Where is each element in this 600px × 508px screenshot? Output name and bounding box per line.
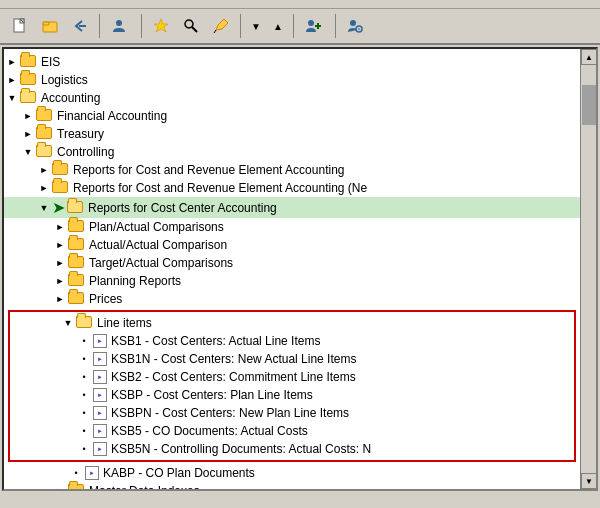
expand-icon[interactable]: ► bbox=[52, 219, 68, 235]
tree-item[interactable]: • KSB5N - Controlling Documents: Actual … bbox=[12, 440, 572, 458]
leaf-spacer: • bbox=[76, 441, 92, 457]
leaf-spacer: • bbox=[76, 369, 92, 385]
tree-item[interactable]: ► Planning Reports bbox=[4, 272, 580, 290]
collapse-icon[interactable]: ▼ bbox=[60, 315, 76, 331]
scroll-up-button[interactable]: ▲ bbox=[581, 49, 597, 65]
svg-point-11 bbox=[308, 20, 314, 26]
expand-icon[interactable]: ► bbox=[52, 483, 68, 489]
svg-rect-5 bbox=[79, 25, 86, 27]
tree-item[interactable]: ► Prices bbox=[4, 290, 580, 308]
create-role-button[interactable] bbox=[299, 13, 330, 39]
tree-item[interactable]: • KSB1 - Cost Centers: Actual Line Items bbox=[12, 332, 572, 350]
transaction-icon bbox=[84, 465, 100, 481]
dropdown-arrow-icon: ▼ bbox=[251, 21, 261, 32]
svg-marker-7 bbox=[154, 19, 168, 32]
highlighted-box: ▼ Line items • KSB1 - Cost Centers: Actu… bbox=[8, 310, 576, 462]
item-label: Accounting bbox=[41, 91, 100, 105]
folder-icon bbox=[52, 163, 70, 177]
tree-item[interactable]: ► Logistics bbox=[4, 71, 580, 89]
tree-item[interactable]: ▼ Controlling bbox=[4, 143, 580, 161]
scrollbar[interactable]: ▲ ▼ bbox=[580, 49, 596, 489]
scroll-down-button[interactable]: ▼ bbox=[581, 473, 597, 489]
folder-icon bbox=[68, 274, 86, 288]
tree-item[interactable]: ► Treasury bbox=[4, 125, 580, 143]
tree-item[interactable]: • KSB1N - Cost Centers: New Actual Line … bbox=[12, 350, 572, 368]
favorites-button[interactable] bbox=[147, 13, 175, 39]
tree-item[interactable]: ► Actual/Actual Comparison bbox=[4, 236, 580, 254]
tree-item[interactable]: • KSB5 - CO Documents: Actual Costs bbox=[12, 422, 572, 440]
expand-icon[interactable]: ► bbox=[4, 72, 20, 88]
title-bar bbox=[0, 0, 600, 9]
item-label: KSB5 - CO Documents: Actual Costs bbox=[111, 424, 308, 438]
expand-icon[interactable]: ► bbox=[20, 108, 36, 124]
scroll-thumb[interactable] bbox=[582, 85, 596, 125]
new-icon bbox=[11, 17, 29, 35]
separator-4 bbox=[293, 14, 294, 38]
separator-1 bbox=[99, 14, 100, 38]
create-role-icon bbox=[304, 17, 322, 35]
svg-line-9 bbox=[192, 27, 197, 32]
folder-icon bbox=[20, 55, 38, 69]
tree-item[interactable]: • KSBP - Cost Centers: Plan Line Items bbox=[12, 386, 572, 404]
tree-item[interactable]: ► Master Data Indexes bbox=[4, 482, 580, 489]
item-label: Master Data Indexes bbox=[89, 484, 200, 489]
leaf-spacer: • bbox=[76, 333, 92, 349]
expand-icon[interactable]: ► bbox=[36, 180, 52, 196]
item-label: Reports for Cost Center Accounting bbox=[88, 201, 277, 215]
expand-icon[interactable]: ► bbox=[52, 291, 68, 307]
expand-icon[interactable]: ► bbox=[36, 162, 52, 178]
item-label: KSBP - Cost Centers: Plan Line Items bbox=[111, 388, 313, 402]
leaf-spacer: • bbox=[76, 423, 92, 439]
tree-item[interactable]: ► Plan/Actual Comparisons bbox=[4, 218, 580, 236]
folder-icon bbox=[68, 484, 86, 489]
folder-icon bbox=[20, 91, 38, 105]
tree-area[interactable]: ► EIS ► Logistics ▼ Accounting ► Financi… bbox=[4, 49, 580, 489]
item-label: Planning Reports bbox=[89, 274, 181, 288]
folder-icon bbox=[36, 127, 54, 141]
tree-item[interactable]: • KSBPN - Cost Centers: New Plan Line It… bbox=[12, 404, 572, 422]
open-button[interactable] bbox=[36, 13, 64, 39]
svg-line-10 bbox=[214, 30, 216, 33]
folder-icon bbox=[52, 181, 70, 195]
search-button[interactable] bbox=[177, 13, 205, 39]
back-button[interactable] bbox=[66, 13, 94, 39]
separator-3 bbox=[240, 14, 241, 38]
expand-icon[interactable]: ► bbox=[52, 237, 68, 253]
item-label: Treasury bbox=[57, 127, 104, 141]
new-button[interactable] bbox=[6, 13, 34, 39]
tree-item[interactable]: ▼ Accounting bbox=[4, 89, 580, 107]
tree-item[interactable]: • KABP - CO Plan Documents bbox=[4, 464, 580, 482]
edit-button[interactable] bbox=[207, 13, 235, 39]
tree-item[interactable]: ► Reports for Cost and Revenue Element A… bbox=[4, 179, 580, 197]
tree-item[interactable]: ▼ Line items bbox=[12, 314, 572, 332]
expand-icon[interactable]: ► bbox=[52, 273, 68, 289]
expand-icon[interactable]: ► bbox=[4, 54, 20, 70]
item-label: Controlling bbox=[57, 145, 114, 159]
folder-icon bbox=[76, 316, 94, 330]
separator-5 bbox=[335, 14, 336, 38]
main-content: ► EIS ► Logistics ▼ Accounting ► Financi… bbox=[2, 47, 598, 491]
collapse-icon[interactable]: ▼ bbox=[4, 90, 20, 106]
item-label: Financial Accounting bbox=[57, 109, 167, 123]
expand-icon[interactable]: ► bbox=[20, 126, 36, 142]
tree-item[interactable]: ► Target/Actual Comparisons bbox=[4, 254, 580, 272]
up-button[interactable]: ▲ bbox=[268, 13, 288, 39]
collapse-icon[interactable]: ▼ bbox=[36, 200, 52, 216]
expand-icon[interactable]: ► bbox=[52, 255, 68, 271]
dropdown-button[interactable]: ▼ bbox=[246, 13, 266, 39]
assign-users-button[interactable] bbox=[341, 13, 372, 39]
tree-item[interactable]: ► Reports for Cost and Revenue Element A… bbox=[4, 161, 580, 179]
transaction-icon bbox=[92, 369, 108, 385]
item-label: Line items bbox=[97, 316, 152, 330]
tree-item[interactable]: ► Financial Accounting bbox=[4, 107, 580, 125]
collapse-icon[interactable]: ▼ bbox=[20, 144, 36, 160]
tree-item[interactable]: ► EIS bbox=[4, 53, 580, 71]
back-icon bbox=[71, 17, 89, 35]
folder-icon bbox=[68, 238, 86, 252]
other-menu-button[interactable] bbox=[105, 13, 136, 39]
tree-item[interactable]: • KSB2 - Cost Centers: Commitment Line I… bbox=[12, 368, 572, 386]
leaf-spacer: • bbox=[68, 465, 84, 481]
tree-item[interactable]: ▼ ➤ Reports for Cost Center Accounting bbox=[4, 197, 580, 218]
folder-icon bbox=[67, 201, 85, 215]
transaction-icon bbox=[92, 333, 108, 349]
